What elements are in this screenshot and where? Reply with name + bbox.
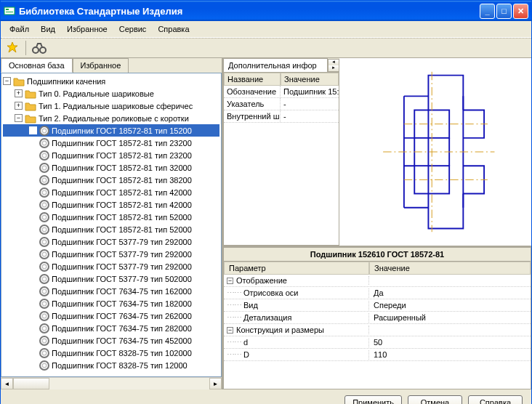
tree-item-label: Подшипник ГОСТ 5377-79 тип 292000 bbox=[52, 250, 192, 259]
tree-item[interactable]: Подшипник ГОСТ 18572-81 тип 52000 bbox=[3, 211, 219, 223]
tree-item[interactable]: Подшипник ГОСТ 18572-81 тип 42000 bbox=[3, 186, 219, 198]
tree-branch[interactable]: −Тип 2. Радиальные роликовые с коротки bbox=[3, 112, 219, 124]
close-button[interactable]: ✕ bbox=[513, 4, 528, 19]
tree-item-label: Подшипник ГОСТ 18572-81 тип 42000 bbox=[52, 201, 192, 209]
tree-branch[interactable]: +Тип 0. Радиальные шариковые bbox=[3, 87, 219, 100]
scroll-left-button[interactable]: ◄ bbox=[1, 378, 13, 389]
help-button[interactable]: Справка bbox=[468, 395, 523, 404]
tree-item-label: Подшипник ГОСТ 7634-75 тип 262000 bbox=[52, 312, 192, 320]
tree-item[interactable]: Подшипник ГОСТ 5377-79 тип 502000 bbox=[3, 272, 219, 285]
tree-hscrollbar[interactable]: ◄ ► bbox=[1, 377, 222, 389]
tree-root[interactable]: −Подшипники качения bbox=[3, 75, 219, 87]
bearing-icon bbox=[39, 150, 49, 161]
bearing-icon bbox=[39, 360, 49, 371]
info-row[interactable]: Внутренний ши- bbox=[224, 110, 339, 123]
menu-service[interactable]: Сервис bbox=[113, 23, 153, 36]
tree-item[interactable]: Подшипник ГОСТ 5377-79 тип 292000 bbox=[3, 235, 219, 248]
favorite-icon[interactable] bbox=[5, 41, 20, 55]
drawing-preview bbox=[339, 58, 531, 246]
menu-help[interactable]: Справка bbox=[152, 23, 195, 36]
info-row[interactable]: ОбозначениеПодшипник 15: bbox=[224, 86, 339, 98]
tree-item-label: Подшипник ГОСТ 18572-81 тип 23200 bbox=[52, 139, 192, 148]
spin-right-icon[interactable]: ► bbox=[329, 65, 339, 71]
tree-item-label: Подшипник ГОСТ 18572-81 тип 32000 bbox=[52, 163, 192, 172]
tree-item[interactable]: Подшипник ГОСТ 8328-75 тип 102000 bbox=[3, 347, 219, 359]
tree-item[interactable]: Подшипник ГОСТ 18572-81 тип 23200 bbox=[3, 149, 219, 161]
param-group[interactable]: −Конструкция и размеры bbox=[224, 324, 531, 336]
menu-file[interactable]: Файл bbox=[4, 23, 35, 36]
scroll-thumb[interactable] bbox=[13, 378, 49, 389]
cancel-button[interactable]: Отмена bbox=[408, 395, 462, 404]
titlebar[interactable]: Библиотека Стандартные Изделия _ □ ✕ bbox=[1, 1, 531, 21]
binoculars-icon[interactable] bbox=[32, 41, 47, 55]
info-tab[interactable]: Дополнительная инфор bbox=[223, 58, 328, 72]
info-cell-value: Подшипник 15: bbox=[281, 86, 339, 97]
param-group[interactable]: −Отображение bbox=[224, 275, 531, 287]
tree-item[interactable]: Подшипник ГОСТ 18572-81 тип 52000 bbox=[3, 223, 219, 235]
tree-item-label: Подшипник ГОСТ 8328-75 тип 102000 bbox=[52, 349, 192, 357]
bearing-icon bbox=[39, 237, 49, 247]
tree-item[interactable]: Подшипник ГОСТ 5377-79 тип 292000 bbox=[3, 260, 219, 272]
menu-view[interactable]: Вид bbox=[35, 23, 61, 36]
tab-main-db[interactable]: Основная база bbox=[1, 58, 73, 73]
info-header-value[interactable]: Значение bbox=[281, 73, 339, 86]
tab-favorites[interactable]: Избранное bbox=[73, 58, 129, 73]
minimize-button[interactable]: _ bbox=[480, 4, 495, 19]
apply-button[interactable]: Применить bbox=[344, 395, 402, 404]
bearing-icon bbox=[39, 175, 49, 185]
collapse-icon[interactable]: − bbox=[227, 278, 233, 284]
bearing-icon bbox=[39, 299, 49, 309]
param-value: Да bbox=[369, 288, 531, 297]
tree-item[interactable]: Подшипник ГОСТ 7634-75 тип 262000 bbox=[3, 310, 219, 322]
button-row: Применить Отмена Справка bbox=[1, 389, 531, 404]
scroll-track[interactable] bbox=[49, 378, 209, 389]
info-table: Название Значение ОбозначениеПодшипник 1… bbox=[223, 72, 339, 246]
scroll-right-button[interactable]: ► bbox=[209, 378, 222, 389]
info-cell-value: - bbox=[281, 98, 339, 110]
params-header-parameter[interactable]: Параметр bbox=[224, 262, 369, 275]
tree-view[interactable]: −Подшипники качения +Тип 0. Радиальные ш… bbox=[1, 73, 222, 377]
info-cell-name: Обозначение bbox=[224, 86, 281, 97]
param-row[interactable]: ⋯⋯Отрисовка осиДа bbox=[224, 287, 531, 299]
tree-item[interactable]: Подшипник ГОСТ 7634-75 тип 182000 bbox=[3, 297, 219, 310]
tree-item-label: Подшипник ГОСТ 7634-75 тип 282000 bbox=[52, 324, 192, 333]
info-row[interactable]: Указатель- bbox=[224, 98, 339, 110]
param-row[interactable]: ⋯⋯ВидСпереди bbox=[224, 299, 531, 312]
tree-item[interactable]: Подшипник ГОСТ 8328-75 тип 12000 bbox=[3, 359, 219, 371]
param-row[interactable]: ⋯⋯d50 bbox=[224, 336, 531, 349]
bearing-icon bbox=[39, 262, 49, 272]
tree-item[interactable]: Подшипник ГОСТ 18572-81 тип 15200 bbox=[3, 124, 219, 137]
client-area: Основная база Избранное −Подшипники каче… bbox=[1, 58, 531, 389]
tree-item[interactable]: Подшипник ГОСТ 18572-81 тип 32000 bbox=[3, 161, 219, 174]
info-cell-value: - bbox=[281, 110, 339, 122]
param-row[interactable]: ⋯⋯D110 bbox=[224, 349, 531, 361]
params-header-value[interactable]: Значение bbox=[369, 262, 531, 275]
tree-item[interactable]: Подшипник ГОСТ 5377-79 тип 292000 bbox=[3, 248, 219, 260]
svg-point-4 bbox=[40, 47, 46, 53]
window-title: Библиотека Стандартные Изделия bbox=[19, 6, 480, 17]
spin-left-icon[interactable]: ◄ bbox=[329, 60, 339, 65]
tree-item[interactable]: Подшипник ГОСТ 18572-81 тип 38200 bbox=[3, 174, 219, 186]
collapse-icon[interactable]: − bbox=[227, 327, 233, 334]
param-row[interactable]: ⋯⋯ДетализацияРасширенный bbox=[224, 312, 531, 324]
tree-item[interactable]: Подшипник ГОСТ 7634-75 тип 282000 bbox=[3, 322, 219, 334]
tree-item-label: Подшипник ГОСТ 5377-79 тип 292000 bbox=[52, 262, 192, 271]
maximize-button[interactable]: □ bbox=[496, 4, 512, 19]
tree-branch[interactable]: +Тип 1. Радиальные шариковые сферичес bbox=[3, 100, 219, 112]
toolbar bbox=[1, 38, 531, 58]
param-value: 50 bbox=[369, 338, 531, 347]
menu-fav[interactable]: Избранное bbox=[61, 23, 113, 36]
bearing-icon bbox=[39, 163, 49, 173]
bearing-icon bbox=[39, 311, 49, 321]
tree-item[interactable]: Подшипник ГОСТ 7634-75 тип 162000 bbox=[3, 285, 219, 297]
info-cell-name: Внутренний ши bbox=[224, 110, 281, 122]
bearing-icon bbox=[39, 249, 49, 259]
right-pane: Дополнительная инфор ◄ ► Название Значен… bbox=[223, 58, 531, 389]
tree-item[interactable]: Подшипник ГОСТ 7634-75 тип 452000 bbox=[3, 334, 219, 347]
tree-item[interactable]: Подшипник ГОСТ 18572-81 тип 23200 bbox=[3, 137, 219, 149]
tree-item-label: Подшипник ГОСТ 18572-81 тип 23200 bbox=[52, 151, 192, 160]
tab-spinner[interactable]: ◄ ► bbox=[328, 59, 339, 72]
info-header-name[interactable]: Название bbox=[224, 73, 281, 86]
tree-item[interactable]: Подшипник ГОСТ 18572-81 тип 42000 bbox=[3, 198, 219, 211]
tree-item-label: Подшипник ГОСТ 7634-75 тип 182000 bbox=[52, 299, 192, 308]
